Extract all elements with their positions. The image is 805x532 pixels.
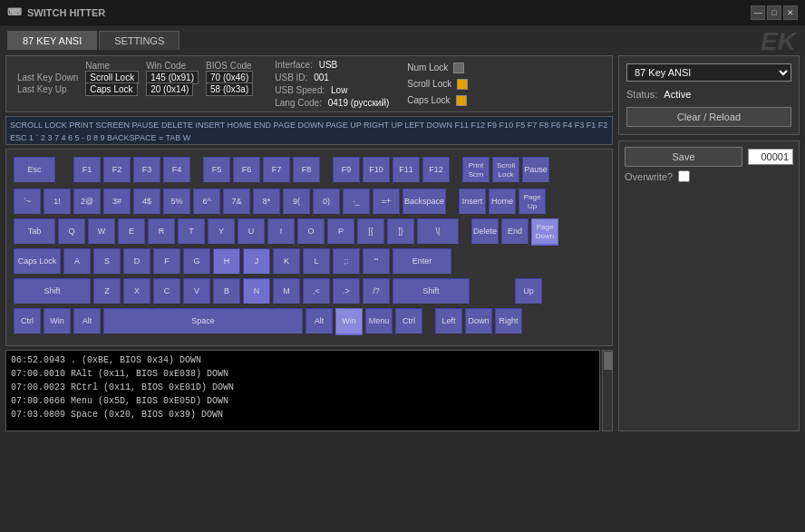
key-rctrl[interactable]: Ctrl bbox=[395, 308, 422, 335]
key-page-down[interactable]: PageDown bbox=[531, 218, 558, 246]
key-f5[interactable]: F5 bbox=[203, 157, 230, 184]
key-rbracket[interactable]: ]} bbox=[387, 218, 414, 246]
key-o[interactable]: O bbox=[297, 218, 325, 246]
key-insert[interactable]: Insert bbox=[459, 189, 486, 216]
key-right[interactable]: Right bbox=[495, 308, 522, 335]
log-scrollbar[interactable] bbox=[602, 350, 613, 431]
key-u[interactable]: U bbox=[238, 218, 265, 246]
key-scroll-lock[interactable]: ScrollLock bbox=[492, 157, 519, 184]
key-f[interactable]: F bbox=[153, 248, 180, 276]
key-backspace[interactable]: Backspace bbox=[402, 189, 446, 216]
key-0[interactable]: 0) bbox=[313, 189, 340, 216]
key-y[interactable]: Y bbox=[208, 218, 235, 246]
key-f11[interactable]: F11 bbox=[393, 157, 420, 184]
key-f6[interactable]: F6 bbox=[233, 157, 260, 184]
key-v[interactable]: V bbox=[183, 278, 210, 305]
key-f3[interactable]: F3 bbox=[133, 157, 160, 184]
scrollbar-thumb[interactable] bbox=[604, 352, 613, 370]
key-comma[interactable]: ,< bbox=[303, 278, 330, 305]
key-x[interactable]: X bbox=[123, 278, 150, 305]
key-slash[interactable]: /? bbox=[363, 278, 390, 305]
key-a[interactable]: A bbox=[63, 248, 91, 276]
key-5[interactable]: 5% bbox=[163, 189, 190, 216]
key-backslash[interactable]: \| bbox=[417, 218, 459, 246]
key-pause[interactable]: Pause bbox=[522, 157, 549, 184]
key-lshift[interactable]: Shift bbox=[14, 278, 91, 305]
key-9[interactable]: 9( bbox=[283, 189, 310, 216]
key-b[interactable]: B bbox=[213, 278, 240, 305]
key-rwin[interactable]: Win bbox=[335, 308, 363, 335]
key-caps-lock[interactable]: Caps Lock bbox=[14, 248, 61, 276]
key-g[interactable]: G bbox=[183, 248, 210, 276]
key-enter[interactable]: Enter bbox=[393, 248, 451, 276]
key-esc[interactable]: Esc bbox=[14, 157, 55, 184]
key-down[interactable]: Down bbox=[465, 308, 492, 335]
clear-reload-button[interactable]: Clear / Reload bbox=[626, 107, 791, 127]
key-rshift[interactable]: Shift bbox=[393, 278, 470, 305]
key-f8[interactable]: F8 bbox=[293, 157, 320, 184]
key-page-up[interactable]: PageUp bbox=[519, 189, 546, 216]
key-3[interactable]: 3# bbox=[103, 189, 131, 216]
key-s[interactable]: S bbox=[93, 248, 121, 276]
key-l[interactable]: L bbox=[303, 248, 330, 276]
key-lctrl[interactable]: Ctrl bbox=[14, 308, 41, 335]
key-home[interactable]: Home bbox=[489, 189, 516, 216]
key-c[interactable]: C bbox=[153, 278, 180, 305]
key-space[interactable]: Space bbox=[103, 308, 303, 335]
key-f7[interactable]: F7 bbox=[263, 157, 290, 184]
key-backtick[interactable]: `~ bbox=[14, 189, 41, 216]
key-p[interactable]: P bbox=[327, 218, 354, 246]
key-r[interactable]: R bbox=[148, 218, 175, 246]
log-area[interactable]: 06:52.0943 . (0xBE, BIOS 0x34) DOWN 07:0… bbox=[5, 350, 600, 431]
key-print-scrn[interactable]: PrintScrn bbox=[462, 157, 490, 184]
key-8[interactable]: 8* bbox=[253, 189, 280, 216]
key-lbracket[interactable]: [{ bbox=[357, 218, 384, 246]
tab-settings[interactable]: SETTINGS bbox=[99, 31, 179, 50]
overwrite-checkbox[interactable] bbox=[678, 170, 690, 182]
key-6[interactable]: 6^ bbox=[193, 189, 220, 216]
maximize-button[interactable]: □ bbox=[767, 5, 781, 20]
key-f2[interactable]: F2 bbox=[103, 157, 131, 184]
key-i[interactable]: I bbox=[267, 218, 295, 246]
key-menu[interactable]: Menu bbox=[365, 308, 393, 335]
key-end[interactable]: End bbox=[501, 218, 529, 246]
key-quote[interactable]: '" bbox=[363, 248, 390, 276]
save-button[interactable]: Save bbox=[625, 147, 742, 167]
key-d[interactable]: D bbox=[123, 248, 150, 276]
key-delete[interactable]: Delete bbox=[471, 218, 499, 246]
key-semicolon[interactable]: ;: bbox=[333, 248, 360, 276]
key-equals[interactable]: =+ bbox=[373, 189, 400, 216]
key-left[interactable]: Left bbox=[435, 308, 462, 335]
key-f1[interactable]: F1 bbox=[73, 157, 101, 184]
key-lwin[interactable]: Win bbox=[44, 308, 71, 335]
key-f12[interactable]: F12 bbox=[422, 157, 450, 184]
key-f9[interactable]: F9 bbox=[333, 157, 360, 184]
key-m[interactable]: M bbox=[273, 278, 300, 305]
key-minus[interactable]: -_ bbox=[343, 189, 370, 216]
key-lalt[interactable]: Alt bbox=[73, 308, 101, 335]
minimize-button[interactable]: — bbox=[751, 5, 765, 20]
key-h[interactable]: H bbox=[213, 248, 240, 276]
tab-87-key-ansi[interactable]: 87 KEY ANSI bbox=[7, 31, 97, 50]
key-z[interactable]: Z bbox=[93, 278, 121, 305]
key-up[interactable]: Up bbox=[515, 278, 542, 305]
key-k[interactable]: K bbox=[273, 248, 300, 276]
key-q[interactable]: Q bbox=[58, 218, 85, 246]
keyboard-select[interactable]: 87 Key ANSI bbox=[626, 63, 791, 82]
key-t[interactable]: T bbox=[178, 218, 205, 246]
key-j[interactable]: J bbox=[243, 248, 270, 276]
key-2[interactable]: 2@ bbox=[73, 189, 101, 216]
key-4[interactable]: 4$ bbox=[133, 189, 160, 216]
key-n[interactable]: N bbox=[243, 278, 270, 305]
key-ralt[interactable]: Alt bbox=[306, 308, 333, 335]
key-f10[interactable]: F10 bbox=[363, 157, 390, 184]
key-1[interactable]: 1! bbox=[44, 189, 71, 216]
key-tab[interactable]: Tab bbox=[14, 218, 55, 246]
log-count-input[interactable] bbox=[748, 149, 793, 165]
key-7[interactable]: 7& bbox=[223, 189, 250, 216]
key-e[interactable]: E bbox=[118, 218, 145, 246]
close-button[interactable]: ✕ bbox=[783, 5, 798, 20]
key-f4[interactable]: F4 bbox=[163, 157, 190, 184]
key-period[interactable]: .> bbox=[333, 278, 360, 305]
key-w[interactable]: W bbox=[88, 218, 115, 246]
